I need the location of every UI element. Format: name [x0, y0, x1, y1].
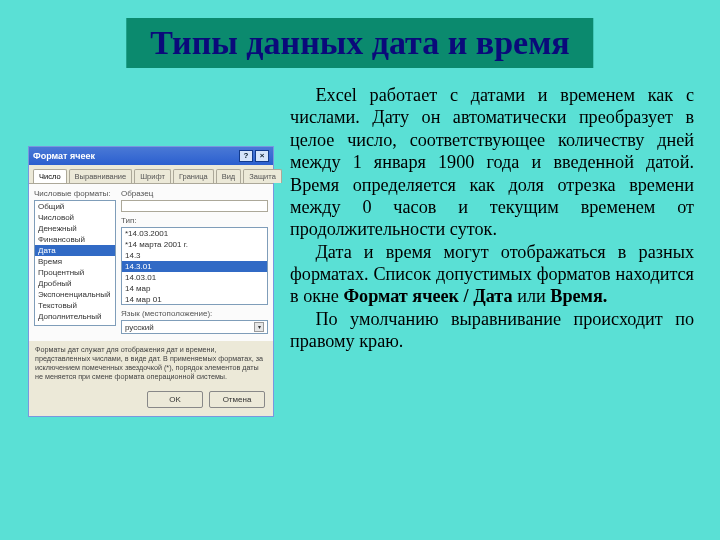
dialog-buttons: OK Отмена — [29, 387, 273, 416]
list-item[interactable]: 14.3.01 — [122, 261, 267, 272]
tab-number[interactable]: Число — [33, 169, 67, 183]
list-item[interactable]: *14.03.2001 — [122, 228, 267, 239]
bold-time: Время. — [550, 286, 607, 306]
list-item[interactable]: Финансовый — [35, 234, 115, 245]
dialog-titlebar: Формат ячеек ? × — [29, 147, 273, 165]
sample-label: Образец — [121, 189, 268, 198]
categories-column: Числовые форматы: Общий Числовой Денежны… — [34, 189, 116, 336]
tab-border[interactable]: Граница — [173, 169, 214, 183]
locale-combo[interactable]: русский ▾ — [121, 320, 268, 334]
type-label: Тип: — [121, 216, 268, 225]
tab-font[interactable]: Шрифт — [134, 169, 171, 183]
list-item[interactable]: Дробный — [35, 278, 115, 289]
details-column: Образец Тип: *14.03.2001 *14 марта 2001 … — [121, 189, 268, 336]
tab-view[interactable]: Вид — [216, 169, 242, 183]
list-item[interactable]: Дата — [35, 245, 115, 256]
page-title: Типы данных дата и время — [150, 24, 569, 62]
title-container: Типы данных дата и время — [126, 18, 593, 68]
close-icon[interactable]: × — [255, 150, 269, 162]
list-item[interactable]: 14 мар — [122, 283, 267, 294]
content-area: Формат ячеек ? × Число Выравнивание Шриф… — [0, 80, 720, 520]
list-item[interactable]: Процентный — [35, 267, 115, 278]
list-item[interactable]: Общий — [35, 201, 115, 212]
list-item[interactable]: Экспоненциальный — [35, 289, 115, 300]
paragraph-2: Дата и время могут отображаться в разных… — [290, 241, 694, 308]
help-icon[interactable]: ? — [239, 150, 253, 162]
dialog-hint: Форматы дат служат для отображения дат и… — [29, 341, 273, 387]
bold-format-cells: Формат ячеек / Дата — [343, 286, 512, 306]
list-item[interactable]: *14 марта 2001 г. — [122, 239, 267, 250]
dialog-title: Формат ячеек — [33, 151, 95, 161]
dialog-body: Числовые форматы: Общий Числовой Денежны… — [29, 183, 273, 341]
list-item[interactable]: 14.3 — [122, 250, 267, 261]
chevron-down-icon[interactable]: ▾ — [254, 322, 264, 332]
locale-label: Язык (местоположение): — [121, 309, 268, 318]
cancel-button[interactable]: Отмена — [209, 391, 265, 408]
list-item[interactable]: (все форматы) — [35, 322, 115, 326]
sample-box — [121, 200, 268, 212]
body-text: Excel работает с датами и временем как с… — [290, 84, 694, 353]
format-cells-dialog: Формат ячеек ? × Число Выравнивание Шриф… — [28, 146, 274, 417]
list-item[interactable]: Время — [35, 256, 115, 267]
tab-alignment[interactable]: Выравнивание — [69, 169, 133, 183]
list-item[interactable]: Дополнительный — [35, 311, 115, 322]
tab-protection[interactable]: Защита — [243, 169, 282, 183]
category-list[interactable]: Общий Числовой Денежный Финансовый Дата … — [34, 200, 116, 326]
list-item[interactable]: Текстовый — [35, 300, 115, 311]
list-item[interactable]: 14.03.01 — [122, 272, 267, 283]
categories-label: Числовые форматы: — [34, 189, 116, 198]
paragraph-3: По умолчанию выравнивание про­исходит по… — [290, 308, 694, 353]
list-item[interactable]: 14 мар 01 — [122, 294, 267, 305]
paragraph-1: Excel работает с датами и временем как с… — [290, 84, 694, 241]
ok-button[interactable]: OK — [147, 391, 203, 408]
list-item[interactable]: Числовой — [35, 212, 115, 223]
dialog-tabs: Число Выравнивание Шрифт Граница Вид Защ… — [29, 165, 273, 183]
format-list[interactable]: *14.03.2001 *14 марта 2001 г. 14.3 14.3.… — [121, 227, 268, 305]
list-item[interactable]: Денежный — [35, 223, 115, 234]
locale-value: русский — [125, 323, 154, 332]
